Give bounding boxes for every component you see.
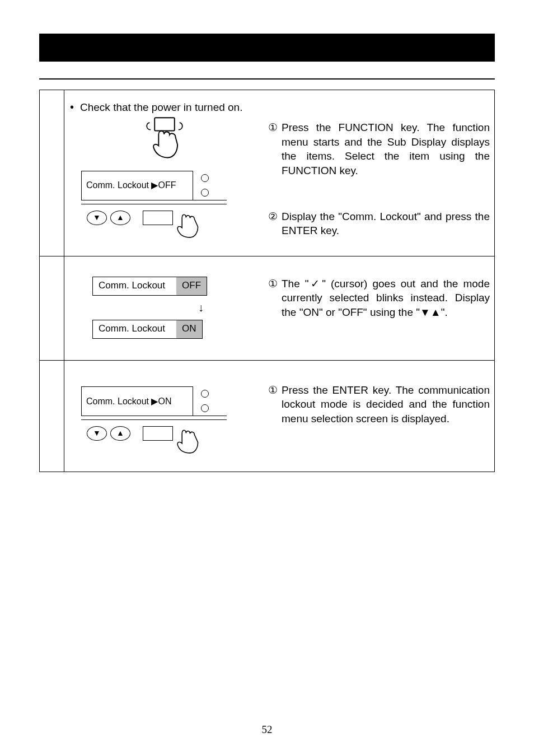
instruction-text: The "✓" (cursor) goes out and the mode c… [282, 277, 490, 320]
lcd-value-off: OFF [176, 277, 207, 295]
press-hand-icon [172, 424, 205, 455]
indicator-lamp [201, 174, 209, 182]
down-arrow-icon: ↓ [143, 300, 259, 315]
row-instruction-cell: ① Press the ENTER key. The communication… [265, 361, 494, 472]
lcd-value-on: ON [176, 320, 202, 338]
horizontal-rule [39, 78, 495, 80]
row-instruction-cell: ① Press the FUNCTION key. The function m… [265, 90, 494, 256]
press-key-icon [139, 115, 190, 160]
down-button-icon: ▼ [87, 211, 107, 225]
enter-button-icon [143, 426, 173, 441]
check-power-text: Check that the power in turned on. [80, 100, 242, 115]
indicator-lamp [201, 390, 209, 398]
press-hand-icon [172, 208, 205, 239]
instruction-text: Press the FUNCTION key. The function men… [282, 120, 490, 178]
circled-number-icon: ② [268, 209, 282, 238]
procedure-table: • Check that the power in turned on. Com… [39, 90, 495, 472]
row-index-cell [39, 90, 64, 256]
page-header-band [39, 34, 495, 62]
row-illustration-cell: Comm. Lockout ▶ON ▼ ▲ [64, 361, 265, 472]
enter-button-icon [143, 211, 173, 225]
page-number: 52 [0, 724, 534, 736]
row-index-cell [39, 256, 64, 360]
lcd-label: Comm. Lockout [93, 323, 176, 335]
lcd-text: Comm. Lockout ▶OFF [86, 179, 176, 192]
lcd-base-line [81, 200, 227, 200]
indicator-lamp [201, 189, 209, 197]
circled-number-icon: ① [268, 277, 282, 320]
circled-number-icon: ① [268, 383, 282, 426]
lcd-text: Comm. Lockout ▶ON [86, 395, 171, 408]
lcd-select-box: Comm. Lockout OFF [92, 277, 207, 296]
row-illustration-cell: • Check that the power in turned on. Com… [64, 90, 265, 256]
instruction-text: Display the "Comm. Lockout" and press th… [282, 209, 490, 238]
up-button-icon: ▲ [110, 211, 130, 225]
lcd-select-box: Comm. Lockout ON [92, 320, 203, 339]
lcd-base-line [81, 416, 227, 416]
up-button-icon: ▲ [110, 426, 130, 441]
table-row: Comm. Lockout ▶ON ▼ ▲ [39, 361, 494, 472]
down-button-icon: ▼ [87, 426, 107, 441]
lcd-label: Comm. Lockout [93, 279, 176, 292]
lcd-display: Comm. Lockout ▶ON [81, 386, 193, 416]
row-instruction-cell: ① The "✓" (cursor) goes out and the mode… [265, 256, 494, 360]
row-index-cell [39, 361, 64, 472]
row-illustration-cell: Comm. Lockout OFF ↓ Comm. Lockout ON [64, 256, 265, 360]
table-row: • Check that the power in turned on. Com… [39, 90, 494, 256]
circled-number-icon: ① [268, 120, 282, 178]
table-row: Comm. Lockout OFF ↓ Comm. Lockout ON ① T… [39, 256, 494, 361]
lcd-display: Comm. Lockout ▶OFF [81, 171, 193, 200]
bullet-icon: • [70, 100, 80, 114]
svg-rect-0 [154, 118, 175, 130]
indicator-lamp [201, 404, 209, 412]
instruction-text: Press the ENTER key. The communication l… [282, 383, 490, 426]
